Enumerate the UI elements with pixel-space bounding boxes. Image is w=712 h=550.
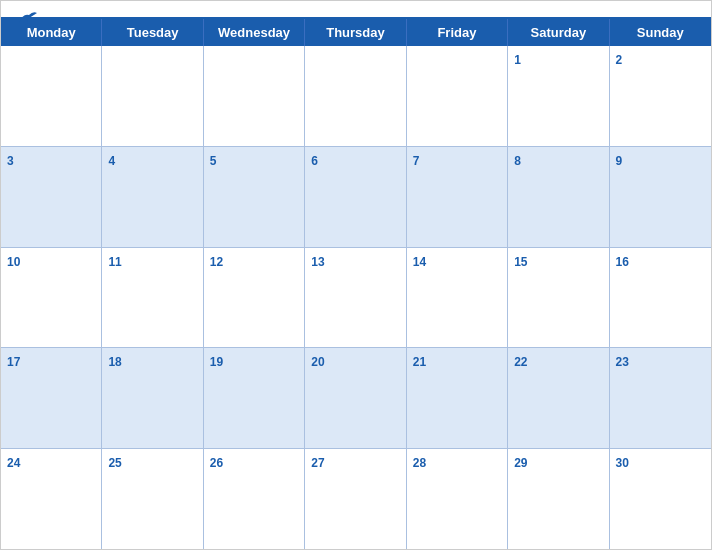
day-number: 27 — [311, 456, 324, 470]
day-cell: 25 — [102, 449, 203, 549]
day-cell: 21 — [407, 348, 508, 448]
day-header-sunday: Sunday — [610, 19, 711, 46]
day-cell: 8 — [508, 147, 609, 247]
day-cell: 24 — [1, 449, 102, 549]
day-number: 19 — [210, 355, 223, 369]
calendar-header — [1, 1, 711, 17]
day-number: 9 — [616, 154, 623, 168]
day-cell: 11 — [102, 248, 203, 348]
day-number: 3 — [7, 154, 14, 168]
day-cell: 7 — [407, 147, 508, 247]
day-cell: 27 — [305, 449, 406, 549]
calendar-grid: MondayTuesdayWednesdayThursdayFridaySatu… — [1, 17, 711, 549]
day-number: 15 — [514, 255, 527, 269]
day-cell: 14 — [407, 248, 508, 348]
week-row-4: 17181920212223 — [1, 348, 711, 449]
day-cell: 30 — [610, 449, 711, 549]
day-headers-row: MondayTuesdayWednesdayThursdayFridaySatu… — [1, 19, 711, 46]
day-header-tuesday: Tuesday — [102, 19, 203, 46]
day-number: 4 — [108, 154, 115, 168]
day-number: 24 — [7, 456, 20, 470]
day-cell: 3 — [1, 147, 102, 247]
logo-bird-icon — [17, 9, 39, 27]
day-cell: 4 — [102, 147, 203, 247]
day-number: 18 — [108, 355, 121, 369]
day-cell: 19 — [204, 348, 305, 448]
day-cell — [305, 46, 406, 146]
day-number: 28 — [413, 456, 426, 470]
week-row-2: 3456789 — [1, 147, 711, 248]
day-number: 8 — [514, 154, 521, 168]
day-number: 5 — [210, 154, 217, 168]
day-cell: 5 — [204, 147, 305, 247]
day-number: 10 — [7, 255, 20, 269]
day-number: 30 — [616, 456, 629, 470]
week-row-3: 10111213141516 — [1, 248, 711, 349]
week-row-5: 24252627282930 — [1, 449, 711, 549]
day-number: 25 — [108, 456, 121, 470]
day-cell: 20 — [305, 348, 406, 448]
day-cell: 13 — [305, 248, 406, 348]
day-number: 14 — [413, 255, 426, 269]
day-number: 16 — [616, 255, 629, 269]
day-cell: 16 — [610, 248, 711, 348]
day-number: 22 — [514, 355, 527, 369]
day-cell — [1, 46, 102, 146]
calendar-container: MondayTuesdayWednesdayThursdayFridaySatu… — [0, 0, 712, 550]
day-number: 12 — [210, 255, 223, 269]
day-cell: 22 — [508, 348, 609, 448]
day-cell: 26 — [204, 449, 305, 549]
day-header-friday: Friday — [407, 19, 508, 46]
day-number: 11 — [108, 255, 121, 269]
day-cell: 29 — [508, 449, 609, 549]
day-cell — [102, 46, 203, 146]
weeks-container: 1234567891011121314151617181920212223242… — [1, 46, 711, 549]
day-cell: 2 — [610, 46, 711, 146]
day-cell: 28 — [407, 449, 508, 549]
day-cell: 1 — [508, 46, 609, 146]
day-cell: 15 — [508, 248, 609, 348]
day-number: 2 — [616, 53, 623, 67]
day-number: 20 — [311, 355, 324, 369]
day-number: 13 — [311, 255, 324, 269]
day-cell: 17 — [1, 348, 102, 448]
week-row-1: 12 — [1, 46, 711, 147]
day-number: 21 — [413, 355, 426, 369]
day-cell — [407, 46, 508, 146]
day-number: 29 — [514, 456, 527, 470]
day-number: 1 — [514, 53, 521, 67]
day-header-saturday: Saturday — [508, 19, 609, 46]
day-cell: 18 — [102, 348, 203, 448]
day-number: 17 — [7, 355, 20, 369]
day-cell: 10 — [1, 248, 102, 348]
day-header-thursday: Thursday — [305, 19, 406, 46]
day-cell — [204, 46, 305, 146]
day-cell: 9 — [610, 147, 711, 247]
day-number: 7 — [413, 154, 420, 168]
day-number: 6 — [311, 154, 318, 168]
day-cell: 12 — [204, 248, 305, 348]
day-number: 23 — [616, 355, 629, 369]
generalblue-logo — [17, 9, 41, 27]
day-header-wednesday: Wednesday — [204, 19, 305, 46]
day-cell: 6 — [305, 147, 406, 247]
day-cell: 23 — [610, 348, 711, 448]
day-number: 26 — [210, 456, 223, 470]
